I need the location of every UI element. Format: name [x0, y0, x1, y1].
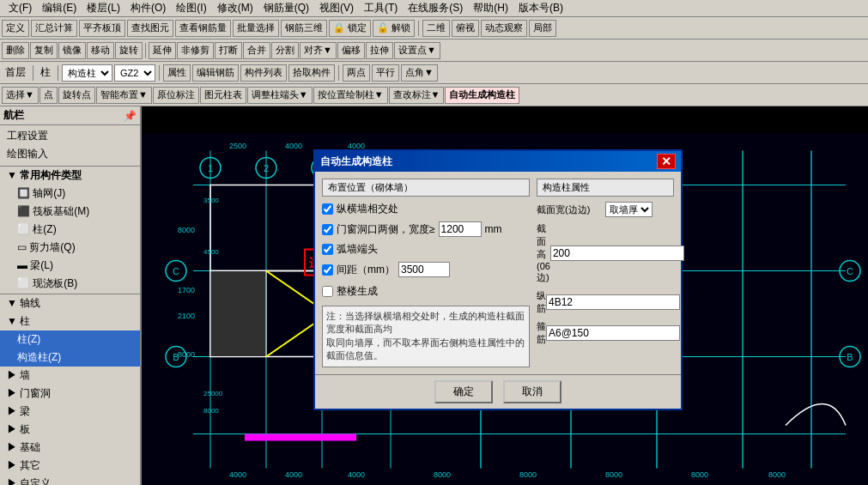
component-name-select[interactable]: 构造柱	[62, 64, 112, 82]
nav-col-z[interactable]: 柱(Z)	[0, 330, 140, 349]
nav-foundation[interactable]: ▶ 基础	[0, 439, 140, 457]
dialog-close-btn[interactable]: ✕	[657, 154, 676, 169]
menu-component[interactable]: 构件(O)	[125, 0, 171, 17]
btn-rotate-point[interactable]: 旋转点	[58, 87, 95, 104]
btn-unlock[interactable]: 🔓 解锁	[373, 20, 415, 37]
btn-check-mark[interactable]: 查改标注▼	[389, 87, 445, 104]
nav-other[interactable]: ▶ 其它	[0, 457, 140, 475]
menu-view[interactable]: 视图(V)	[314, 0, 359, 17]
btn-local[interactable]: 局部	[529, 20, 556, 37]
btn-adjust-end[interactable]: 调整柱端头▼	[247, 87, 313, 104]
menu-file[interactable]: 文(F)	[3, 0, 37, 17]
spacing-input[interactable]: 3500	[398, 262, 450, 277]
btn-rotate[interactable]: 旋转	[115, 42, 143, 59]
btn-two-point[interactable]: 两点	[343, 64, 370, 82]
btn-summary[interactable]: 汇总计算	[31, 20, 77, 37]
menu-rebar[interactable]: 钢筋量(Q)	[258, 0, 314, 17]
btn-move[interactable]: 移动	[87, 42, 114, 59]
nav-board[interactable]: ▶ 板	[0, 421, 140, 439]
nav-slab[interactable]: ⬜ 现浇板(B)	[0, 275, 140, 293]
nav-construct-col[interactable]: 构造柱(Z)	[0, 349, 140, 367]
checkbox-spacing[interactable]	[322, 264, 333, 276]
btn-pos-draw[interactable]: 按位置绘制柱▼	[313, 87, 388, 104]
btn-select[interactable]: 选择▼	[2, 87, 39, 104]
checkbox-cross[interactable]	[322, 203, 333, 215]
btn-component-list[interactable]: 构件列表	[240, 64, 287, 82]
floor-plan[interactable]: 1 2 3 4 C B 2500 4000 4000	[142, 106, 868, 485]
btn-no-trim[interactable]: 非修剪	[177, 42, 214, 59]
btn-cancel[interactable]: 取消	[503, 380, 561, 403]
checkbox-whole-floor[interactable]	[322, 286, 333, 297]
component-id-select[interactable]: GZ2	[114, 64, 155, 82]
checkbox-spacing-label: 间距（mm）	[337, 263, 395, 277]
nav-common-types[interactable]: ▼ 常用构件类型	[0, 167, 140, 185]
nav-beam2[interactable]: ▶ 梁	[0, 403, 140, 421]
btn-3d-view[interactable]: 俯视	[452, 20, 479, 37]
nav-shear-wall[interactable]: ▭ 剪力墙(Q)	[0, 239, 140, 257]
menu-modify[interactable]: 修改(M)	[212, 0, 258, 17]
btn-property[interactable]: 属性	[163, 64, 191, 82]
checkbox-door[interactable]	[322, 224, 333, 235]
menu-version[interactable]: 版本号(B)	[513, 0, 568, 17]
btn-merge[interactable]: 合并	[243, 42, 270, 59]
btn-setpoint[interactable]: 设置点▼	[394, 42, 440, 59]
btn-2d[interactable]: 二维	[422, 20, 450, 37]
btn-edit-rebar[interactable]: 编辑钢筋	[192, 64, 239, 82]
prop-longbar-input[interactable]	[546, 294, 680, 310]
door-width-input[interactable]: 1200	[439, 221, 482, 237]
menu-online[interactable]: 在线服务(S)	[403, 0, 468, 17]
menu-floor[interactable]: 楼层(L)	[82, 0, 125, 17]
btn-view-rebar[interactable]: 查看钢筋量	[175, 20, 231, 37]
btn-define[interactable]: 定义	[2, 20, 29, 37]
menu-draw[interactable]: 绘图(I)	[171, 0, 211, 17]
nav-drawing-input[interactable]: 绘图输入	[0, 145, 140, 163]
btn-point-angle[interactable]: 点角▼	[401, 64, 438, 82]
btn-mirror[interactable]: 镜像	[58, 42, 86, 59]
btn-offset[interactable]: 偏移	[337, 42, 365, 59]
btn-stretch[interactable]: 拉伸	[366, 42, 393, 59]
menu-help[interactable]: 帮助(H)	[468, 0, 513, 17]
nav-beam[interactable]: ▬ 梁(L)	[0, 257, 140, 275]
btn-lock[interactable]: 🔒 锁定	[329, 20, 371, 37]
btn-pick-component[interactable]: 拾取构件	[288, 64, 335, 82]
btn-break[interactable]: 打断	[215, 42, 242, 59]
nav-wall[interactable]: ▶ 墙	[0, 367, 140, 385]
btn-auto-gen-col[interactable]: 自动生成构造柱	[445, 87, 519, 104]
btn-align[interactable]: 对齐▼	[300, 42, 337, 59]
btn-delete[interactable]: 删除	[2, 42, 29, 59]
btn-find-element[interactable]: 查找图元	[127, 20, 173, 37]
btn-batch-select[interactable]: 批量选择	[233, 20, 279, 37]
btn-ok[interactable]: 确定	[434, 380, 493, 403]
btn-levelfloor[interactable]: 平齐板顶	[79, 20, 125, 37]
menu-tools[interactable]: 工具(T)	[359, 0, 403, 17]
checkbox-arc[interactable]	[322, 244, 333, 255]
menu-edit[interactable]: 编辑(E)	[37, 0, 82, 17]
prop-height-input[interactable]	[550, 246, 684, 261]
btn-split[interactable]: 分割	[271, 42, 299, 59]
nav-door-window[interactable]: ▶ 门窗洞	[0, 385, 140, 403]
btn-grid-table[interactable]: 图元柱表	[200, 87, 246, 104]
btn-rebar-3d[interactable]: 钢筋三维	[281, 20, 327, 37]
btn-extend[interactable]: 延伸	[149, 42, 176, 59]
btn-parallel[interactable]: 平行	[372, 64, 399, 82]
btn-point[interactable]: 点	[39, 87, 58, 104]
panel-pin[interactable]: 📌	[124, 110, 137, 122]
btn-smart-layout[interactable]: 智能布置▼	[96, 87, 152, 104]
prop-width: 截面宽(边边) 取墙厚	[537, 202, 674, 217]
svg-text:3500: 3500	[203, 197, 219, 204]
nav-custom[interactable]: ▶ 自定义	[0, 475, 140, 485]
nav-project-settings[interactable]: 工程设置	[0, 127, 140, 145]
btn-dynamic-view[interactable]: 动态观察	[481, 20, 527, 37]
nav-axis[interactable]: ▼ 轴线	[0, 294, 140, 312]
nav-raft[interactable]: ⬛ 筏板基础(M)	[0, 203, 140, 221]
prop-stirrup-input[interactable]	[546, 325, 680, 341]
svg-text:8000: 8000	[178, 350, 195, 359]
svg-text:8000: 8000	[178, 226, 195, 234]
nav-col[interactable]: ⬜ 柱(Z)	[0, 221, 140, 239]
nav-col-group[interactable]: ▼ 柱	[0, 312, 140, 330]
nav-grid[interactable]: 🔲 轴网(J)	[0, 185, 140, 203]
sep3	[33, 65, 33, 81]
prop-width-select[interactable]: 取墙厚	[605, 202, 653, 217]
btn-copy[interactable]: 复制	[30, 42, 58, 59]
btn-origin-mark[interactable]: 原位标注	[153, 87, 199, 104]
